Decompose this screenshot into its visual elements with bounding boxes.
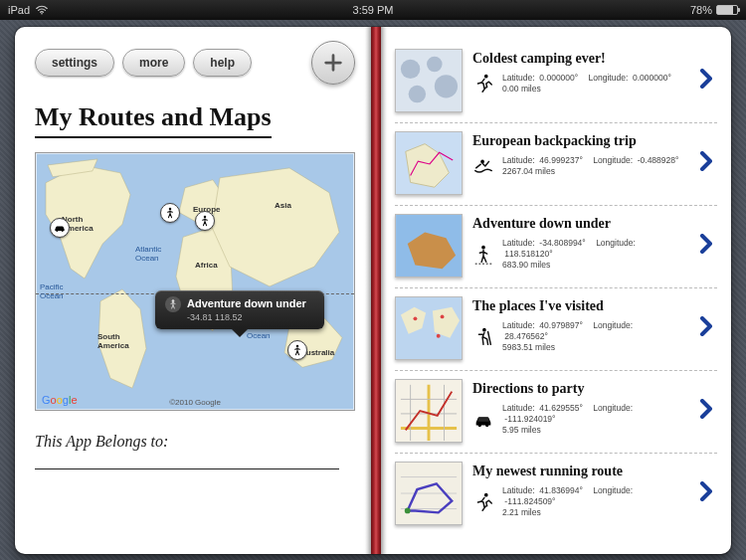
route-item[interactable]: Coldest camping ever! Latitude: 0.000000… — [395, 41, 717, 123]
wifi-icon — [36, 4, 48, 16]
page-title: My Routes and Maps — [35, 102, 272, 138]
belongs-label: This App Belongs to: — [35, 433, 355, 451]
page-left: settings more help My Routes and Maps — [15, 27, 373, 554]
route-thumbnail — [395, 49, 463, 112]
route-title: My newest running route — [472, 464, 687, 479]
plus-icon — [322, 52, 344, 74]
disclosure-chevron-icon[interactable] — [699, 69, 715, 93]
battery-icon — [716, 5, 738, 15]
map-attribution: ©2010 Google — [169, 398, 221, 407]
route-item[interactable]: Directions to party Latitude: 41.629555°… — [395, 371, 717, 454]
svg-point-15 — [427, 56, 443, 72]
notebook-spine — [371, 27, 381, 554]
status-bar: iPad 3:59 PM 78% — [0, 0, 746, 20]
label-pacific: Pacific Ocean — [40, 282, 64, 300]
route-item[interactable]: The places I've visited Latitude: 40.979… — [395, 288, 717, 371]
more-button[interactable]: more — [122, 49, 185, 77]
map-marker-walk-3[interactable] — [287, 340, 307, 360]
svg-point-12 — [172, 299, 174, 301]
add-button[interactable] — [311, 41, 355, 85]
route-coords: Latitude: 40.979897° Longitude: 28.47656… — [502, 320, 687, 354]
map-callout[interactable]: Adventure down under -34.81 118.52 — [155, 290, 324, 329]
disclosure-chevron-icon[interactable] — [699, 234, 715, 258]
route-coords: Latitude: -34.808994° Longitude: 118.518… — [502, 238, 687, 272]
route-thumbnail — [395, 379, 463, 443]
svg-point-26 — [405, 507, 411, 513]
svg-point-22 — [441, 314, 445, 318]
run-icon — [472, 73, 494, 94]
car-icon — [472, 409, 494, 431]
route-title: Adventure down under — [472, 216, 687, 232]
label-atlantic: Atlantic Ocean — [135, 245, 161, 263]
route-coords: Latitude: 46.999237° Longitude: -0.48892… — [502, 155, 686, 178]
route-item[interactable]: My newest running route Latitude: 41.836… — [395, 454, 717, 535]
route-item[interactable]: European backpacking trip Latitude: 46.9… — [395, 123, 717, 206]
route-coords: Latitude: 41.836994° Longitude: -111.824… — [502, 485, 687, 519]
device-label: iPad — [8, 4, 30, 16]
map-marker-car[interactable] — [50, 218, 70, 238]
settings-button[interactable]: settings — [35, 49, 114, 77]
svg-point-11 — [41, 13, 43, 15]
route-title: European backpacking trip — [472, 133, 687, 149]
world-map[interactable]: North America South America Europe Afric… — [35, 152, 355, 411]
route-thumbnail — [395, 214, 463, 278]
route-thumbnail — [395, 462, 463, 525]
route-thumbnail — [395, 296, 463, 360]
callout-person-icon — [165, 296, 181, 312]
svg-point-23 — [437, 333, 441, 337]
callout-coords: -34.81 118.52 — [165, 312, 314, 323]
disclosure-chevron-icon[interactable] — [699, 399, 715, 423]
map-marker-walk-2[interactable] — [195, 211, 215, 231]
row-icon — [472, 155, 494, 177]
walk-icon — [472, 244, 494, 266]
route-coords: Latitude: 41.629555° Longitude: -111.924… — [502, 403, 687, 437]
notebook: settings more help My Routes and Maps — [15, 27, 731, 554]
route-title: The places I've visited — [472, 298, 687, 314]
route-title: Coldest camping ever! — [472, 51, 687, 67]
svg-point-17 — [409, 85, 426, 101]
label-africa: Africa — [195, 261, 218, 270]
svg-point-16 — [435, 75, 458, 97]
disclosure-chevron-icon[interactable] — [699, 316, 715, 340]
route-thumbnail — [395, 131, 463, 195]
route-title: Directions to party — [472, 381, 687, 397]
route-coords: Latitude: 0.000000° Longitude: 0.000000°… — [502, 73, 679, 95]
run-icon — [472, 491, 494, 513]
disclosure-chevron-icon[interactable] — [699, 481, 715, 505]
route-item[interactable]: Adventure down under Latitude: -34.80899… — [395, 206, 717, 288]
label-asia: Asia — [275, 201, 291, 210]
world-land-icon — [36, 153, 354, 410]
label-south-america: South America — [97, 332, 129, 350]
callout-title: Adventure down under — [187, 297, 306, 311]
route-list: Coldest camping ever! Latitude: 0.000000… — [395, 41, 717, 535]
svg-point-14 — [401, 59, 420, 78]
belongs-input-line[interactable] — [35, 468, 339, 469]
help-button[interactable]: help — [193, 49, 252, 77]
disclosure-chevron-icon[interactable] — [699, 151, 715, 175]
map-marker-walk-1[interactable] — [160, 203, 180, 223]
page-right: Coldest camping ever! Latitude: 0.000000… — [373, 27, 731, 554]
battery-pct: 78% — [690, 4, 712, 16]
hike-icon — [472, 326, 494, 348]
svg-point-21 — [414, 316, 418, 320]
google-logo: Google — [42, 394, 78, 406]
status-time: 3:59 PM — [353, 4, 394, 16]
